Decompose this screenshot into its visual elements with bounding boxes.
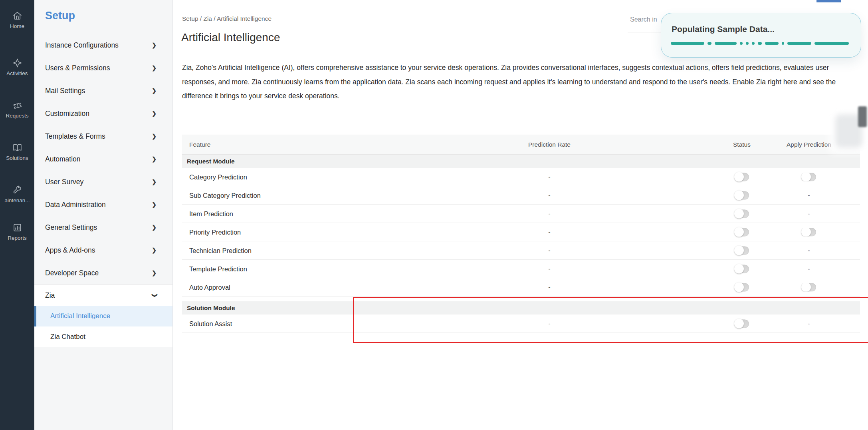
- feature-label: Category Prediction: [189, 173, 247, 181]
- sidebar-item-activities[interactable]: Activities: [0, 58, 34, 76]
- blur-artifact-dark: [858, 106, 867, 127]
- sidebar-item-home[interactable]: Home: [0, 10, 34, 29]
- progress-segment: [707, 42, 711, 45]
- chevron-right-icon: ❯: [152, 42, 157, 48]
- sidebar-item-requests[interactable]: Requests: [0, 100, 34, 119]
- sidebar-item-solutions[interactable]: Solutions: [0, 142, 34, 161]
- sidebar-item-label: Requests: [0, 113, 34, 119]
- table-row-priority-prediction: Priority Prediction-: [182, 223, 860, 241]
- menu-item-customization[interactable]: Customization❯: [34, 102, 172, 125]
- sidebar-item-maintenance[interactable]: aintenan...: [0, 185, 34, 203]
- menu-item-instance-configurations[interactable]: Instance Configurations❯: [34, 34, 172, 56]
- prediction-rate-value: -: [517, 173, 581, 181]
- feature-label: Item Prediction: [189, 210, 233, 217]
- ticket-icon: [12, 100, 23, 111]
- menu-item-label: User Survey: [45, 177, 83, 186]
- top-blue-indicator: [816, 0, 841, 2]
- menu-item-templates-forms[interactable]: Templates & Forms❯: [34, 125, 172, 147]
- apply-prediction-toggle[interactable]: [802, 283, 816, 291]
- section-header-label: Solution Module: [187, 305, 235, 312]
- bar-chart-icon: [12, 222, 23, 233]
- empty-row: [182, 333, 860, 345]
- status-toggle[interactable]: [735, 319, 749, 328]
- status-toggle[interactable]: [735, 228, 749, 236]
- page-title: Artificial Intelligence: [181, 31, 280, 44]
- menu-item-apps-add-ons[interactable]: Apps & Add-ons❯: [34, 239, 172, 261]
- book-icon: [12, 142, 23, 153]
- apply-prediction-toggle[interactable]: [802, 228, 816, 236]
- column-header-prediction-rate: Prediction Rate: [517, 141, 581, 148]
- app-iconbar: Home Activities Requests Solutions ainte…: [0, 0, 34, 430]
- column-header-status: Status: [714, 141, 770, 148]
- sidebar-item-label: Home: [0, 23, 34, 29]
- feature-label: Solution Assist: [189, 320, 232, 327]
- progress-segment: [746, 42, 749, 45]
- submenu-item-artificial-intelligence[interactable]: Artificial Intelligence: [34, 306, 172, 326]
- status-toggle[interactable]: [735, 191, 749, 199]
- status-toggle[interactable]: [735, 173, 749, 181]
- progress-segment: [782, 42, 784, 45]
- submenu-item-zia-chatbot[interactable]: Zia Chatbot: [34, 326, 172, 347]
- chevron-right-icon: ❯: [152, 88, 157, 94]
- prediction-rate-value: -: [517, 320, 581, 327]
- chevron-right-icon: ❯: [152, 270, 157, 276]
- feature-label: Sub Category Prediction: [189, 191, 261, 199]
- main-content: Setup / Zia / Artificial Intelligence Se…: [172, 0, 868, 430]
- menu-item-data-administration[interactable]: Data Administration❯: [34, 193, 172, 216]
- sidebar-item-label: aintenan...: [0, 197, 34, 203]
- intro-paragraph: Zia, Zoho's Artificial Intelligence (AI)…: [182, 61, 858, 104]
- menu-item-label: Automation: [45, 155, 81, 163]
- table-row-solution-assist: Solution Assist--: [182, 315, 860, 333]
- menu-item-label: Instance Configurations: [45, 41, 119, 49]
- status-toggle[interactable]: [735, 283, 749, 291]
- menu-item-label: Users & Permissions: [45, 64, 110, 72]
- menu-item-general-settings[interactable]: General Settings❯: [34, 216, 172, 239]
- menu-item-mail-settings[interactable]: Mail Settings❯: [34, 79, 172, 102]
- sidebar-item-reports[interactable]: Reports: [0, 222, 34, 241]
- menu-item-label: Mail Settings: [45, 86, 85, 95]
- active-indicator-bar: [34, 306, 36, 326]
- setup-menu-title: Setup: [45, 10, 75, 22]
- chevron-right-icon: ❯: [152, 201, 157, 208]
- feature-label: Priority Prediction: [189, 228, 241, 236]
- progress-segment: [715, 42, 737, 45]
- menu-item-developer-space[interactable]: Developer Space❯: [34, 261, 172, 284]
- chevron-right-icon: ❯: [152, 110, 157, 117]
- feature-label: Template Prediction: [189, 265, 247, 273]
- menu-item-automation[interactable]: Automation❯: [34, 147, 172, 170]
- status-toggle[interactable]: [735, 246, 749, 255]
- status-toggle[interactable]: [735, 209, 749, 218]
- status-toggle[interactable]: [735, 265, 749, 273]
- app-window: Home Activities Requests Solutions ainte…: [0, 0, 868, 430]
- setup-menu-panel: Setup Instance Configurations❯Users & Pe…: [34, 0, 173, 430]
- progress-segment: [787, 42, 811, 45]
- table-row-item-prediction: Item Prediction--: [182, 205, 860, 223]
- prediction-rate-value: -: [517, 265, 581, 273]
- status-cell: [714, 283, 770, 291]
- ai-feature-table: FeaturePrediction RateStatusApply Predic…: [182, 135, 860, 345]
- activities-icon: [12, 58, 23, 68]
- home-icon: [12, 10, 23, 21]
- prediction-rate-value: -: [517, 229, 581, 236]
- submenu-item-label: Zia Chatbot: [50, 333, 85, 341]
- chevron-right-icon: ❯: [152, 156, 157, 162]
- breadcrumb[interactable]: Setup / Zia / Artificial Intelligence: [182, 15, 271, 22]
- submenu-item-label: Artificial Intelligence: [50, 312, 110, 320]
- table-row-auto-approval: Auto Approval-: [182, 278, 860, 297]
- chevron-down-icon: ❯: [152, 293, 158, 298]
- status-cell: [714, 209, 770, 218]
- menu-item-zia[interactable]: Zia ❯: [34, 285, 172, 306]
- progress-segment: [814, 42, 849, 45]
- status-cell: [714, 228, 770, 236]
- wrench-icon: [12, 185, 23, 195]
- apply-prediction-toggle[interactable]: [802, 173, 816, 181]
- table-row-template-prediction: Template Prediction--: [182, 260, 860, 278]
- status-cell: [714, 319, 770, 328]
- menu-item-user-survey[interactable]: User Survey❯: [34, 170, 172, 193]
- setup-menu-list: Instance Configurations❯Users & Permissi…: [34, 34, 172, 284]
- sidebar-item-label: Reports: [0, 235, 34, 241]
- apply-prediction-cell: [781, 283, 837, 291]
- menu-item-label: General Settings: [45, 223, 97, 231]
- status-cell: [714, 191, 770, 199]
- menu-item-users-permissions[interactable]: Users & Permissions❯: [34, 56, 172, 79]
